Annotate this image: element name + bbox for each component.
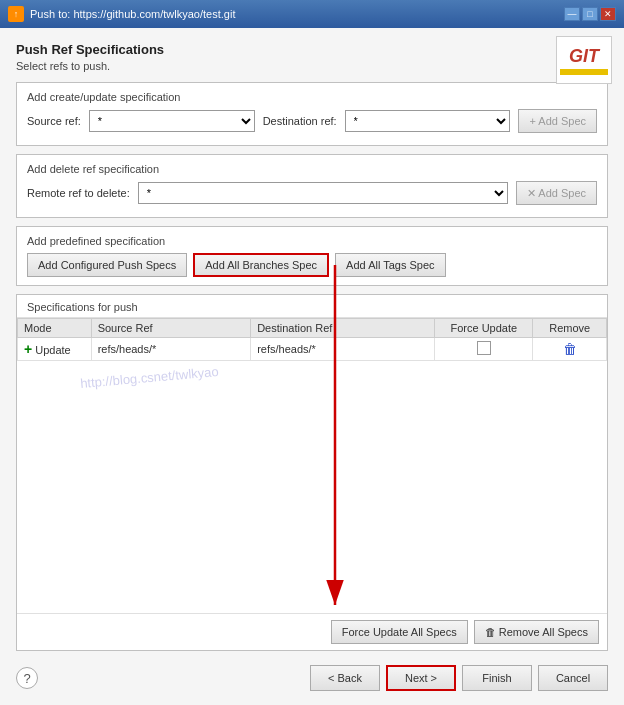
row-force-cell[interactable] [435,338,533,361]
col-force: Force Update [435,319,533,338]
title-bar: ↑ Push to: https://github.com/twlkyao/te… [0,0,624,28]
add-configured-push-specs-button[interactable]: Add Configured Push Specs [27,253,187,277]
main-content: Push Ref Specifications Select refs to p… [0,28,624,705]
add-spec-button-create[interactable]: + Add Spec [518,109,597,133]
row-source-cell: refs/heads/* [91,338,251,361]
col-remove: Remove [533,319,607,338]
source-ref-select[interactable]: * [89,110,255,132]
delete-section-title: Add delete ref specification [27,163,597,175]
create-update-section: Add create/update specification Source r… [16,82,608,146]
remove-all-specs-button[interactable]: 🗑 Remove All Specs [474,620,599,644]
trash-icon[interactable]: 🗑 [563,341,577,357]
git-logo: GIT [556,36,612,84]
force-update-checkbox[interactable] [477,341,491,355]
table-bottom-row: Force Update All Specs 🗑 Remove All Spec… [17,613,607,650]
row-remove-cell[interactable]: 🗑 [533,338,607,361]
row-mode-cell: + Update [18,338,92,361]
row-plus-icon: + [24,341,32,357]
back-button[interactable]: < Back [310,665,380,691]
remote-ref-label: Remote ref to delete: [27,187,130,199]
specs-table: Mode Source Ref Destination Ref Force Up… [17,318,607,361]
remote-ref-select[interactable]: * [138,182,508,204]
predefined-section: Add predefined specification Add Configu… [16,226,608,286]
col-mode: Mode [18,319,92,338]
maximize-button[interactable]: □ [582,7,598,21]
finish-button[interactable]: Finish [462,665,532,691]
add-all-tags-spec-button[interactable]: Add All Tags Spec [335,253,445,277]
delete-section: Add delete ref specification Remote ref … [16,154,608,218]
window-title: Push to: https://github.com/twlkyao/test… [30,8,235,20]
window-icon: ↑ [8,6,24,22]
specs-table-wrapper: Mode Source Ref Destination Ref Force Up… [17,318,607,613]
next-button[interactable]: Next > [386,665,456,691]
footer-buttons: < Back Next > Finish Cancel [310,665,608,691]
add-spec-button-delete[interactable]: ✕ Add Spec [516,181,597,205]
source-ref-label: Source ref: [27,115,81,127]
row-dest-cell: refs/heads/* [251,338,435,361]
page-title: Push Ref Specifications [16,42,608,57]
dest-ref-label: Destination ref: [263,115,337,127]
add-all-branches-spec-button[interactable]: Add All Branches Spec [193,253,329,277]
force-update-all-specs-button[interactable]: Force Update All Specs [331,620,468,644]
col-dest: Destination Ref [251,319,435,338]
predefined-section-title: Add predefined specification [27,235,597,247]
close-button[interactable]: ✕ [600,7,616,21]
help-button[interactable]: ? [16,667,38,689]
cancel-button[interactable]: Cancel [538,665,608,691]
specs-table-title: Specifications for push [17,295,607,318]
specs-table-section: Specifications for push Mode Source Ref … [16,294,608,651]
minimize-button[interactable]: — [564,7,580,21]
dest-ref-select[interactable]: * [345,110,511,132]
footer: ? < Back Next > Finish Cancel [16,659,608,691]
page-subtitle: Select refs to push. [16,60,608,72]
col-source: Source Ref [91,319,251,338]
table-row: + Update refs/heads/* refs/heads/* 🗑 [18,338,607,361]
create-update-section-title: Add create/update specification [27,91,597,103]
